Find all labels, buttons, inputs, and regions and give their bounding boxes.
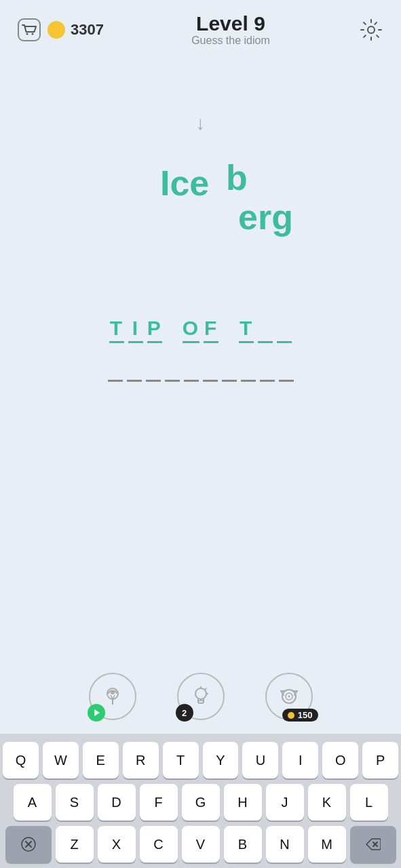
answer-blank2-9: _ [260, 355, 275, 382]
key-Y[interactable]: Y [203, 742, 239, 778]
keyboard-row-1: Q W E R T Y U I O P [3, 742, 398, 778]
key-X[interactable]: X [98, 826, 136, 863]
header-left: 3307 [16, 17, 104, 43]
answer-char-T2: T [239, 317, 254, 343]
key-N[interactable]: N [266, 826, 304, 863]
key-R[interactable]: R [123, 742, 159, 778]
key-P[interactable]: P [362, 742, 398, 778]
key-backspace[interactable] [350, 826, 396, 863]
header-center: Level 9 Guess the idiom [104, 12, 358, 47]
answer-area: T I P O F T _ _ _ _ _ _ _ _ _ _ _ _ [0, 310, 401, 395]
key-Q[interactable]: Q [3, 742, 39, 778]
svg-text:erg: erg [238, 197, 293, 237]
key-F[interactable]: F [140, 784, 178, 821]
key-J[interactable]: J [266, 784, 304, 821]
header: 3307 Level 9 Guess the idiom [0, 0, 401, 52]
shop-icon[interactable] [16, 17, 42, 43]
answer-char-P: P [147, 317, 162, 343]
settings-button[interactable] [358, 16, 385, 43]
level-subtitle: Guess the idiom [104, 35, 358, 47]
keyboard-row-2: A S D F G H J K L [3, 784, 398, 821]
key-G[interactable]: G [182, 784, 220, 821]
key-H[interactable]: H [224, 784, 262, 821]
answer-blank2-3: _ [146, 355, 161, 382]
hint-ad-badge [88, 704, 105, 722]
svg-text:Ice: Ice [160, 163, 209, 203]
key-O[interactable]: O [322, 742, 358, 778]
svg-text:b: b [226, 158, 248, 197]
answer-blank2-6: _ [203, 355, 218, 382]
key-delete-left[interactable] [5, 826, 52, 863]
keyboard: Q W E R T Y U I O P A S D F G H J K L Z … [0, 734, 401, 868]
hint-skip-cost: 150 [282, 709, 318, 722]
answer-blank2-8: _ [241, 355, 256, 382]
svg-marker-10 [94, 709, 100, 716]
answer-char-I: I [128, 317, 143, 343]
answer-line-2: _ _ _ _ _ _ _ _ _ _ [108, 355, 294, 382]
hint-skip-button[interactable]: 150 [265, 673, 313, 720]
key-Z[interactable]: Z [56, 826, 94, 863]
answer-blank-2: _ [277, 317, 292, 343]
answer-line-1: T I P O F T _ _ [109, 317, 292, 343]
key-A[interactable]: A [14, 784, 52, 821]
key-D[interactable]: D [98, 784, 136, 821]
coin-count: 3307 [71, 21, 104, 39]
key-B[interactable]: B [224, 826, 262, 863]
answer-blank-1: _ [258, 317, 273, 343]
svg-rect-0 [18, 19, 40, 41]
hint-skip-cost-label: 150 [298, 710, 313, 720]
hint-skip-circle: 150 [265, 673, 313, 720]
key-W[interactable]: W [43, 742, 79, 778]
keyboard-row-3: Z X C V B N M [3, 826, 398, 863]
hint-bulb-circle: 2 [177, 673, 225, 720]
hint-ad-button[interactable] [89, 673, 136, 720]
svg-point-18 [288, 696, 290, 698]
coin-icon [47, 21, 65, 39]
answer-blank2-10: _ [279, 355, 294, 382]
arrow-down-icon: ↓ [196, 113, 206, 134]
answer-char-F: F [204, 317, 218, 343]
answer-blank2-4: _ [165, 355, 180, 382]
hint-ad-circle [89, 673, 136, 720]
svg-point-2 [32, 33, 34, 35]
answer-blank2-5: _ [184, 355, 199, 382]
key-K[interactable]: K [308, 784, 346, 821]
iceberg-area: ↓ Ice b erg [0, 52, 401, 310]
hints-area: 2 150 [0, 659, 401, 727]
answer-blank2-7: _ [222, 355, 237, 382]
iceberg-visual: Ice b erg [99, 141, 303, 277]
level-title: Level 9 [104, 12, 358, 35]
key-V[interactable]: V [182, 826, 220, 863]
svg-point-3 [368, 26, 375, 33]
answer-blank2-2: _ [127, 355, 142, 382]
key-L[interactable]: L [350, 784, 388, 821]
svg-point-1 [26, 33, 28, 35]
answer-char-T1: T [109, 317, 124, 343]
key-M[interactable]: M [308, 826, 346, 863]
key-U[interactable]: U [242, 742, 278, 778]
answer-char-O: O [183, 317, 199, 343]
svg-point-9 [111, 690, 115, 694]
hint-bulb-button[interactable]: 2 [177, 673, 225, 720]
key-E[interactable]: E [83, 742, 119, 778]
key-C[interactable]: C [140, 826, 178, 863]
key-S[interactable]: S [56, 784, 94, 821]
key-T[interactable]: T [163, 742, 199, 778]
svg-line-14 [205, 689, 206, 690]
hint-bulb-badge: 2 [176, 704, 193, 722]
key-I[interactable]: I [282, 742, 318, 778]
answer-blank2-1: _ [108, 355, 123, 382]
